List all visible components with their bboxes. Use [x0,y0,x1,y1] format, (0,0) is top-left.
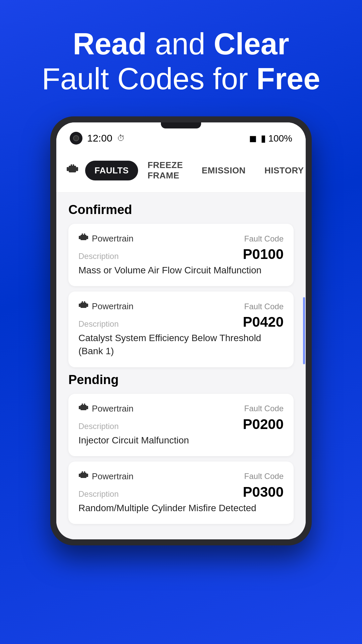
status-left: 12:00 ⏱ [70,132,125,145]
svg-rect-2 [76,167,78,171]
confirmed-fault-card-1[interactable]: Powertrain Fault Code Description P0100 … [68,224,294,286]
timer-icon: ⏱ [117,133,125,143]
fault-system-1: Powertrain [78,233,133,244]
pending-description-text-2: Random/Multiple Cylinder Misfire Detecte… [78,501,284,515]
svg-rect-1 [69,166,76,172]
fault-system-2: Powertrain [78,301,133,312]
pending-desc-row-2: Description P0300 [78,484,284,500]
svg-rect-18 [82,404,83,406]
pending-fault-card-1[interactable]: Powertrain Fault Code Description P0200 … [68,394,294,456]
status-time: 12:00 [87,132,112,144]
svg-rect-13 [82,301,83,304]
fault-code-value-2: P0420 [243,314,284,330]
svg-rect-17 [86,406,88,409]
svg-rect-0 [67,167,69,171]
svg-rect-5 [79,236,80,239]
hero-section: Read and Clear Fault Codes for Free [22,27,340,96]
pending-fault-card-2[interactable]: Powertrain Fault Code Description P0300 … [68,462,294,524]
svg-rect-12 [86,304,88,307]
fault-card-2-header: Powertrain Fault Code [78,301,284,312]
hero-free: Free [256,62,320,96]
hero-and: and [155,27,205,61]
fault-description-text-2: Catalyst System Efficiency Below Thresho… [78,331,284,358]
fault-desc-row-1: Description P0100 [78,246,284,262]
wifi-icon: ◼ [249,133,257,144]
fault-code-label-1: Fault Code [244,234,284,244]
fault-code-value-1: P0100 [243,246,284,262]
svg-rect-7 [86,236,88,239]
pending-fault-system-2: Powertrain [78,471,133,482]
svg-rect-3 [71,164,72,167]
pending-fault-code-label-2: Fault Code [244,472,284,481]
engine-icon-4 [78,471,88,482]
svg-rect-22 [86,474,88,477]
tab-freeze-frame[interactable]: Freeze Frame [138,155,192,185]
scroll-indicator [303,297,305,364]
pending-fault-code-value-2: P0300 [243,484,284,500]
engine-icon-2 [78,301,88,312]
phone-screen: 12:00 ⏱ ◼ ▮ 100% [56,122,306,539]
engine-icon-1 [78,233,88,244]
pending-section-title: Pending [68,373,294,387]
phone-mockup: 12:00 ⏱ ◼ ▮ 100% [50,116,312,545]
pending-fault-code-value-1: P0200 [243,416,284,432]
svg-rect-21 [80,473,86,478]
svg-rect-15 [79,406,80,409]
tab-faults[interactable]: Faults [85,161,138,180]
fault-desc-row-2: Description P0420 [78,314,284,330]
hero-read: Read [73,27,146,61]
phone-notch [161,122,201,128]
pending-desc-row-1: Description P0200 [78,416,284,432]
confirmed-fault-card-2[interactable]: Powertrain Fault Code Description P0420 … [68,291,294,367]
fault-description-text-1: Mass or Volume Air Flow Circuit Malfunct… [78,264,284,277]
pending-fault-system-1: Powertrain [78,403,133,414]
confirmed-section-title: Confirmed [68,203,294,217]
pending-card-1-header: Powertrain Fault Code [78,403,284,414]
nav-engine-icon [66,164,78,177]
pending-description-text-1: Injector Circuit Malfunction [78,434,284,447]
camera-icon [70,132,82,145]
battery-indicator: ▮ 100% [261,133,292,144]
svg-rect-4 [73,164,74,167]
svg-rect-14 [84,301,85,304]
svg-rect-6 [80,235,86,240]
screen-content: Confirmed Po [56,193,306,539]
svg-rect-16 [80,405,86,410]
svg-rect-24 [84,471,85,474]
fault-code-label-2: Fault Code [244,302,284,311]
svg-rect-9 [84,233,85,236]
engine-icon-3 [78,403,88,414]
nav-bar: Faults Freeze Frame Emission History [56,150,306,193]
status-right: ◼ ▮ 100% [249,133,292,144]
svg-rect-23 [82,471,83,474]
svg-rect-8 [82,233,83,236]
pending-fault-code-label-1: Fault Code [244,404,284,413]
hero-clear: Clear [214,27,289,61]
svg-rect-19 [84,404,85,406]
pending-card-2-header: Powertrain Fault Code [78,471,284,482]
hero-subtitle-normal: Fault Codes for [42,62,256,96]
tab-emission[interactable]: Emission [192,161,255,180]
fault-card-1-header: Powertrain Fault Code [78,233,284,244]
svg-rect-10 [79,304,80,307]
svg-rect-11 [80,303,86,308]
tab-history[interactable]: History [255,161,306,180]
svg-rect-20 [79,474,80,477]
